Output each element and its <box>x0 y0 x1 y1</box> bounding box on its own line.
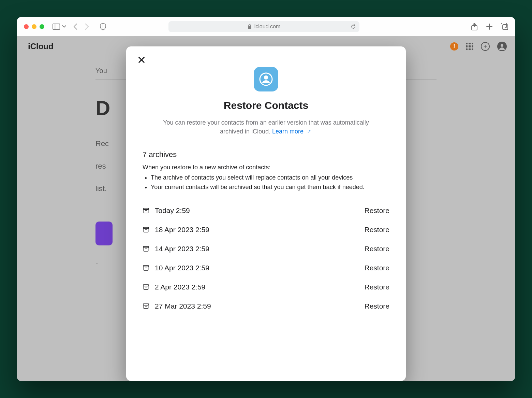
svg-point-8 <box>264 75 268 80</box>
contacts-app-icon <box>254 67 278 91</box>
archive-date: 18 Apr 2023 2:59 <box>155 226 364 234</box>
bg-purple-tile <box>95 222 113 245</box>
modal-description: You can restore your contacts from an ea… <box>157 118 375 136</box>
back-button[interactable] <box>73 23 78 30</box>
restore-contacts-modal: Restore Contacts You can restore your co… <box>126 46 406 381</box>
app-launcher-button[interactable] <box>466 43 473 50</box>
svg-rect-10 <box>144 210 148 213</box>
sidebar-toggle-button[interactable] <box>53 24 60 30</box>
archive-date: 14 Apr 2023 2:59 <box>155 245 364 253</box>
archive-icon <box>143 207 149 214</box>
archives-note-item: The archive of contacts you select will … <box>151 173 391 183</box>
safari-window: icloud.com iCloud ! <box>17 17 515 381</box>
archive-icon <box>143 284 149 290</box>
restore-button[interactable]: Restore <box>364 264 389 272</box>
account-button[interactable] <box>497 42 507 51</box>
archive-icon <box>143 303 149 310</box>
archive-icon <box>143 265 149 271</box>
restore-button[interactable]: Restore <box>364 245 389 253</box>
archive-row: Today 2:59Restore <box>141 201 391 220</box>
svg-rect-3 <box>248 26 251 29</box>
svg-rect-25 <box>144 305 148 309</box>
archive-row: 18 Apr 2023 2:59Restore <box>141 220 391 239</box>
learn-more-link[interactable]: Learn more → <box>272 128 312 135</box>
zoom-window-button[interactable] <box>40 24 44 29</box>
archive-date: 2 Apr 2023 2:59 <box>155 283 364 291</box>
titlebar: icloud.com <box>17 17 515 36</box>
archive-row: 14 Apr 2023 2:59Restore <box>141 239 391 258</box>
lock-icon <box>248 24 252 29</box>
archives-notes-list: The archive of contacts you select will … <box>141 173 391 192</box>
archives-note-item: Your current contacts will be archived s… <box>151 183 391 192</box>
share-button[interactable] <box>471 23 477 30</box>
bg-paragraph: Rec res list. <box>95 127 123 194</box>
restore-button[interactable]: Restore <box>364 302 389 310</box>
address-text: icloud.com <box>254 24 280 30</box>
restore-button[interactable]: Restore <box>364 207 389 215</box>
address-bar[interactable]: icloud.com <box>168 21 359 32</box>
archive-row: 27 Mar 2023 2:59Restore <box>141 297 391 316</box>
close-window-button[interactable] <box>24 24 29 29</box>
archive-icon <box>143 245 149 252</box>
archive-icon <box>143 226 149 233</box>
svg-rect-5 <box>503 25 508 30</box>
archive-row: 2 Apr 2023 2:59Restore <box>141 278 391 297</box>
icloud-brand: iCloud <box>28 42 54 51</box>
privacy-report-button[interactable] <box>100 23 106 30</box>
page-content: iCloud ! + You ngs D Rec res list. <box>17 36 515 381</box>
archive-date: Today 2:59 <box>155 207 364 215</box>
sidebar-dropdown-button[interactable] <box>62 25 66 28</box>
archive-date: 27 Mar 2023 2:59 <box>155 302 364 310</box>
svg-point-6 <box>501 44 503 47</box>
archive-date: 10 Apr 2023 2:59 <box>155 264 364 272</box>
archive-row: 10 Apr 2023 2:59Restore <box>141 258 391 278</box>
forward-button[interactable] <box>85 23 89 30</box>
bg-tab-left: You <box>95 67 107 75</box>
create-button[interactable]: + <box>481 42 490 51</box>
restore-button[interactable]: Restore <box>364 226 389 234</box>
notification-badge[interactable]: ! <box>450 42 458 51</box>
svg-rect-16 <box>144 248 148 251</box>
svg-rect-13 <box>144 229 148 232</box>
svg-rect-19 <box>144 267 148 270</box>
window-controls <box>24 24 44 29</box>
archives-note-intro: When you restore to a new archive of con… <box>141 164 391 171</box>
restore-button[interactable]: Restore <box>364 283 389 291</box>
archives-count: 7 archives <box>141 150 391 159</box>
reload-button[interactable] <box>351 24 356 29</box>
archive-list: Today 2:59Restore18 Apr 2023 2:59Restore… <box>141 201 391 316</box>
new-tab-button[interactable] <box>486 24 492 30</box>
modal-title: Restore Contacts <box>141 100 391 111</box>
tab-overview-button[interactable] <box>501 23 508 30</box>
svg-rect-0 <box>53 24 60 29</box>
minimize-window-button[interactable] <box>32 24 36 29</box>
close-modal-button[interactable] <box>136 55 147 65</box>
svg-rect-22 <box>144 286 148 289</box>
